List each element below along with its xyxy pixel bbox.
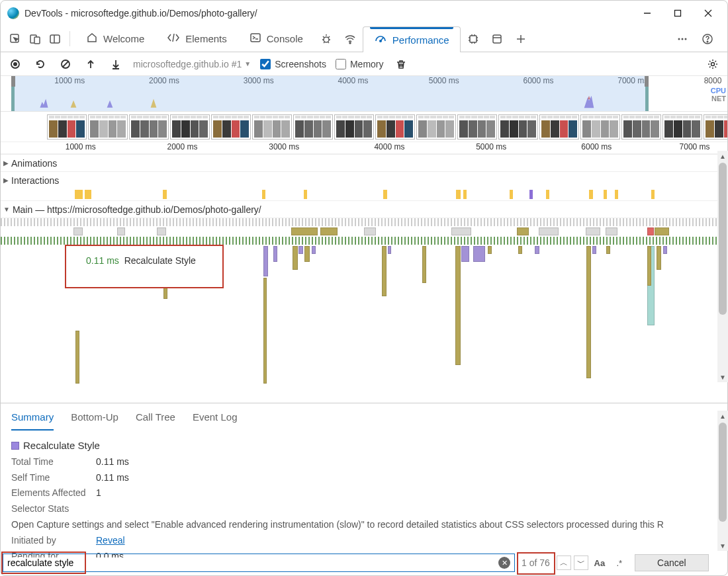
svg-point-18 — [678, 38, 680, 40]
use-regex[interactable]: .* — [611, 558, 628, 568]
category-swatch — [11, 442, 19, 450]
track-interactions[interactable]: ▶ Interactions — [1, 171, 727, 188]
flame-ruler: 1000 ms 2000 ms 3000 ms 4000 ms 5000 ms … — [1, 142, 727, 154]
track-main[interactable]: ▼ Main — https://microsoftedge.github.io… — [1, 200, 727, 218]
filmstrip-thumb[interactable] — [211, 114, 251, 140]
close-button[interactable] — [693, 3, 723, 24]
tab-welcome[interactable]: Welcome — [75, 26, 155, 52]
search-input-wrap[interactable]: ✕ — [3, 554, 515, 572]
match-case[interactable]: Aa — [591, 558, 608, 568]
svg-rect-14 — [493, 35, 501, 43]
overview-timeline[interactable]: 1000 ms 2000 ms 3000 ms 4000 ms 5000 ms … — [1, 76, 727, 112]
filmstrip-thumb[interactable] — [88, 114, 128, 140]
memory-checkbox[interactable]: Memory — [336, 59, 384, 69]
minimize-button[interactable] — [632, 3, 662, 24]
reload-record-button[interactable] — [32, 56, 48, 72]
svg-point-19 — [682, 38, 684, 40]
download-button[interactable] — [108, 56, 124, 72]
inspect-icon[interactable] — [6, 26, 24, 52]
svg-rect-6 — [34, 37, 40, 44]
window-title: DevTools - microsoftedge.github.io/Demos… — [24, 8, 632, 19]
filmstrip[interactable] — [1, 112, 727, 142]
filmstrip-thumb[interactable] — [129, 114, 169, 140]
search-next[interactable]: ﹀ — [574, 555, 588, 570]
application-icon[interactable] — [486, 26, 508, 52]
memory-icon[interactable] — [462, 26, 484, 52]
tab-performance[interactable]: Performance — [363, 26, 461, 52]
expand-icon: ▶ — [3, 177, 9, 184]
upload-button[interactable] — [83, 56, 99, 72]
elements-icon — [167, 32, 180, 46]
cancel-button[interactable]: Cancel — [635, 554, 709, 571]
svg-point-24 — [13, 62, 17, 66]
selector-hint: Open Capture settings and select "Enable… — [11, 517, 717, 533]
filmstrip-thumb[interactable] — [539, 114, 579, 140]
filmstrip-thumb[interactable] — [580, 114, 620, 140]
svg-point-22 — [707, 41, 708, 42]
interactions-body[interactable] — [1, 188, 727, 200]
maximize-button[interactable] — [662, 3, 693, 24]
tab-label: Welcome — [103, 33, 144, 44]
svg-point-20 — [685, 38, 687, 40]
filmstrip-thumb[interactable] — [621, 114, 661, 140]
recording-name: microsoftedge.github.io #1 — [133, 59, 242, 69]
clear-button[interactable] — [58, 56, 73, 72]
record-button[interactable] — [7, 56, 23, 72]
filmstrip-thumb[interactable] — [662, 114, 702, 140]
console-icon — [250, 32, 261, 46]
filmstrip-thumb[interactable] — [704, 114, 727, 140]
search-input[interactable] — [7, 557, 498, 568]
search-bar: ✕ 1 of 76 ︿ ﹀ Aa .* Cancel — [3, 552, 725, 574]
track-animations[interactable]: ▶ Animations — [1, 154, 727, 171]
add-tab-icon[interactable] — [510, 26, 532, 52]
tab-bottomup[interactable]: Bottom-Up — [71, 403, 118, 431]
expand-icon: ▶ — [3, 159, 9, 167]
settings-icon[interactable] — [705, 56, 721, 72]
filmstrip-thumb[interactable] — [457, 114, 497, 140]
tab-summary[interactable]: Summary — [11, 403, 54, 431]
summary-panel: Recalculate Style Total Time0.11 ms Self… — [1, 431, 727, 568]
clear-icon[interactable]: ✕ — [498, 557, 510, 569]
search-prev[interactable]: ︿ — [557, 555, 571, 570]
svg-rect-13 — [470, 36, 477, 42]
svg-rect-7 — [50, 35, 60, 43]
dock-icon[interactable] — [46, 26, 64, 52]
edge-icon — [7, 7, 19, 19]
svg-point-27 — [711, 62, 715, 65]
filmstrip-thumb[interactable] — [252, 114, 292, 140]
filmstrip-thumb[interactable] — [47, 114, 87, 140]
flame-tooltip: 0.11 ms Recalculate Style — [65, 245, 224, 288]
recording-dropdown[interactable]: microsoftedge.github.io #1 ▼ — [133, 59, 251, 69]
dropdown-icon: ▼ — [244, 60, 251, 67]
details-tabs: Summary Bottom-Up Call Tree Event Log — [1, 403, 727, 431]
help-icon[interactable] — [698, 33, 717, 45]
flame-scrollbar[interactable]: ▲ ▼ — [717, 151, 728, 382]
filmstrip-thumb[interactable] — [293, 114, 333, 140]
tab-elements[interactable]: Elements — [156, 26, 238, 52]
filmstrip-thumb[interactable] — [170, 114, 210, 140]
tab-eventlog[interactable]: Event Log — [193, 403, 238, 431]
reveal-link[interactable]: Reveal — [96, 535, 125, 546]
device-toggle-icon[interactable] — [26, 26, 44, 52]
overview-selection[interactable] — [11, 76, 649, 111]
screenshots-checkbox[interactable]: Screenshots — [260, 59, 326, 69]
panel-tabstrip: Welcome Elements Console Performance — [1, 26, 727, 52]
event-name: Recalculate Style — [23, 440, 100, 451]
filmstrip-thumb[interactable] — [498, 114, 538, 140]
gc-button[interactable] — [393, 56, 409, 72]
filmstrip-thumb[interactable] — [334, 114, 374, 140]
tab-console[interactable]: Console — [239, 26, 314, 52]
flame-chart[interactable]: 0.11 ms Recalculate Style — [1, 218, 727, 403]
debug-icon[interactable] — [315, 26, 338, 52]
summary-scrollbar[interactable]: ▲ ▼ — [717, 411, 728, 551]
cpu-label: CPU — [711, 87, 726, 95]
filmstrip-thumb[interactable] — [375, 114, 415, 140]
net-label: NET — [711, 95, 726, 103]
window-titlebar: DevTools - microsoftedge.github.io/Demos… — [1, 1, 727, 26]
svg-rect-1 — [675, 11, 681, 17]
tab-calltree[interactable]: Call Tree — [136, 403, 175, 431]
more-icon[interactable] — [673, 33, 692, 45]
filmstrip-thumb[interactable] — [416, 114, 456, 140]
network-icon[interactable] — [339, 26, 361, 52]
performance-toolbar: microsoftedge.github.io #1 ▼ Screenshots… — [1, 52, 727, 76]
